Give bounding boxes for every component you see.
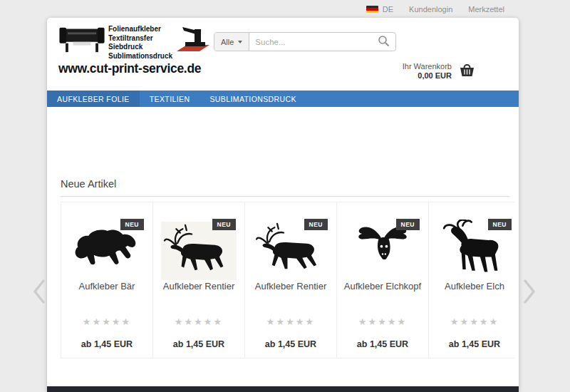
product-price: ab 1,45 EUR [337, 339, 428, 349]
logo-service-lines: Folienaufkleber Textiltransfer Siebdruck… [108, 23, 172, 61]
product-rating: ★★★★★ [153, 316, 244, 327]
product-card[interactable]: NEU Aufkleb [336, 202, 429, 359]
chevron-left-icon [31, 295, 47, 307]
language-label: DE [383, 5, 393, 14]
new-products-carousel: NEU Aufkleber Bär ★★★★★ ab 1,45 EUR NEU [61, 202, 514, 360]
product-price: ab 1,45 EUR [245, 339, 336, 349]
language-switcher[interactable]: DE [366, 5, 393, 14]
shop-logo[interactable]: Folienaufkleber Textiltransfer Siebdruck… [58, 23, 237, 76]
nav-item-aufkleber-folie[interactable]: AUFKLEBER FOLIE [47, 91, 140, 107]
product-price: ab 1,45 EUR [61, 339, 152, 349]
product-rating: ★★★★★ [337, 316, 428, 327]
search-filter-label: Alle [221, 38, 234, 46]
product-name[interactable]: Aufkleber Bär [63, 281, 151, 292]
german-flag-icon [366, 6, 378, 13]
section-divider [61, 196, 509, 197]
content-card: Folienaufkleber Textiltransfer Siebdruck… [47, 18, 519, 392]
product-name[interactable]: Aufkleber Rentier [155, 281, 243, 292]
carousel-next-button[interactable] [522, 278, 537, 308]
footer-bar [47, 386, 519, 392]
product-price: ab 1,45 EUR [153, 339, 244, 349]
search-input[interactable] [249, 33, 375, 51]
cart-widget[interactable]: Ihr Warenkorb 0,00 EUR [403, 62, 476, 81]
wishlist-link[interactable]: Merkzettel [468, 5, 504, 14]
product-price: ab 1,45 EUR [429, 339, 514, 349]
product-rating: ★★★★★ [61, 316, 152, 327]
product-card[interactable]: NEU Aufkleber Elch ★★★★★ ab 1 [428, 202, 514, 359]
neu-badge: NEU [120, 219, 144, 230]
product-rating: ★★★★★ [429, 316, 514, 327]
nav-item-textilien[interactable]: TEXTILIEN [140, 91, 200, 107]
product-name[interactable]: Aufkleber Elchkopf [338, 281, 427, 292]
reindeer-silhouette [255, 222, 326, 279]
neu-badge: NEU [488, 219, 512, 230]
chevron-right-icon [522, 295, 537, 307]
search-icon [378, 35, 390, 49]
cart-label: Ihr Warenkorb [403, 62, 452, 71]
neu-badge: NEU [212, 219, 236, 230]
product-name[interactable]: Aufkleber Elch [430, 281, 514, 292]
neu-badge: NEU [304, 219, 328, 230]
topbar: DE Kundenlogin Merkzettel [0, 0, 570, 19]
search-bar: Alle [214, 32, 396, 51]
product-card[interactable]: NEU Aufkleber Rentier ★★★★★ a [244, 202, 337, 359]
nav-item-sublimationsdruck[interactable]: SUBLIMATIONSDRUCK [200, 91, 306, 107]
product-rating: ★★★★★ [245, 316, 336, 327]
search-filter-dropdown[interactable]: Alle [214, 33, 249, 51]
product-name[interactable]: Aufkleber Rentier [247, 281, 335, 292]
vinyl-cutter-image [58, 23, 105, 57]
search-button[interactable] [375, 33, 395, 51]
chevron-down-icon [238, 41, 242, 46]
reindeer-silhouette [161, 222, 237, 280]
logo-domain-text: www.cut-print-service.de [58, 61, 237, 76]
neu-badge: NEU [396, 219, 420, 230]
product-card[interactable]: NEU Aufkleber Bär ★★★★★ ab 1,45 EUR [61, 202, 153, 359]
carousel-prev-button[interactable] [31, 278, 47, 308]
main-navigation: AUFKLEBER FOLIE TEXTILIEN SUBLIMATIONSDR… [47, 91, 519, 107]
heat-press-image [175, 23, 211, 59]
customer-login-link[interactable]: Kundenlogin [409, 5, 452, 14]
product-card[interactable]: NEU Aufkleber Rentier ★★★★★ a [152, 202, 245, 359]
bear-silhouette [70, 224, 144, 278]
section-title: Neue Artikel [61, 178, 116, 190]
basket-icon [458, 62, 476, 81]
cart-amount: 0,00 EUR [403, 71, 452, 81]
